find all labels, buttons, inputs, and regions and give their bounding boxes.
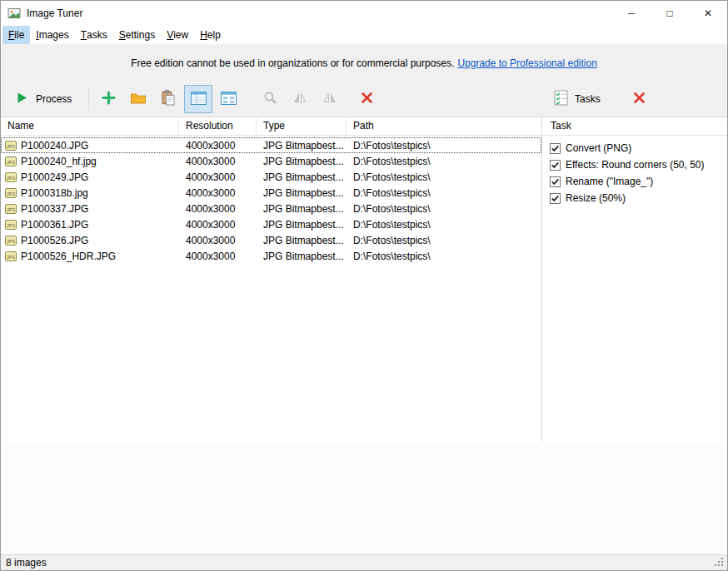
column-header-resolution[interactable]: Resolution: [179, 117, 257, 135]
tasks-label: Tasks: [575, 93, 601, 105]
process-label: Process: [36, 93, 72, 105]
cell-path: D:\Fotos\testpics\: [347, 235, 541, 246]
checklist-icon: [554, 90, 568, 108]
close-button[interactable]: ✕: [689, 1, 727, 26]
remove-task-button[interactable]: [626, 85, 654, 113]
paste-button[interactable]: [154, 85, 182, 113]
cell-name: JPGP1000361.JPG: [1, 219, 179, 231]
column-header-type[interactable]: Type: [257, 117, 347, 135]
window-controls: ─ □ ✕: [612, 1, 727, 26]
details-view-button[interactable]: [184, 85, 212, 113]
cell-type: JPG Bitmapbest...: [257, 187, 347, 199]
task-item[interactable]: Effects: Round corners (50, 50): [542, 156, 727, 173]
column-header-path[interactable]: Path: [347, 117, 541, 135]
file-table-header: Name Resolution Type Path: [1, 117, 541, 136]
cell-path: D:\Fotos\testpics\: [347, 203, 541, 215]
jpg-file-icon: JPG: [5, 236, 17, 246]
details-view-icon: [191, 92, 207, 107]
menu-item-file[interactable]: File: [2, 26, 30, 44]
tasks-toolbar-group: Tasks: [544, 85, 655, 113]
cell-name: JPGP1000240.JPG: [1, 140, 179, 151]
jpg-file-icon: JPG: [5, 188, 17, 198]
cell-type: JPG Bitmapbest...: [257, 156, 347, 167]
svg-text:JPG: JPG: [7, 238, 16, 243]
notice-bar: Free edition cannot be used in organizat…: [1, 44, 727, 82]
table-row[interactable]: JPGP1000318b.jpg4000x3000JPG Bitmapbest.…: [1, 185, 541, 201]
table-row[interactable]: JPGP1000240_hf.jpg4000x3000JPG Bitmapbes…: [1, 153, 541, 169]
cell-name: JPGP1000526.JPG: [1, 235, 179, 246]
process-button[interactable]: Process: [6, 85, 83, 113]
cell-type: JPG Bitmapbest...: [257, 140, 347, 151]
title-bar: Image Tuner ─ □ ✕: [1, 1, 727, 26]
resize-grip[interactable]: [721, 564, 723, 566]
thumbnail-view-button[interactable]: [214, 85, 242, 113]
cell-path: D:\Fotos\testpics\: [347, 171, 541, 183]
jpg-file-icon: JPG: [5, 204, 17, 214]
remove-x-icon: [361, 92, 373, 107]
checkbox-icon[interactable]: [550, 143, 561, 154]
file-name: P1000240_hf.jpg: [21, 156, 97, 167]
file-name: P1000361.JPG: [21, 219, 88, 231]
task-item[interactable]: Rename ("Image_"): [542, 173, 727, 190]
task-item[interactable]: Resize (50%): [542, 190, 727, 206]
table-row[interactable]: JPGP1000337.JPG4000x3000JPG Bitmapbest..…: [1, 201, 541, 216]
file-name: P1000526_HDR.JPG: [21, 251, 116, 262]
svg-text:JPG: JPG: [7, 159, 16, 164]
add-task-button[interactable]: Tasks: [545, 85, 610, 113]
preview-button[interactable]: [256, 85, 284, 113]
window-title: Image Tuner: [27, 7, 82, 19]
jpg-file-icon: JPG: [5, 172, 17, 182]
svg-text:JPG: JPG: [7, 206, 16, 211]
cell-name: JPGP1000240_hf.jpg: [1, 156, 179, 167]
cell-resolution: 4000x3000: [179, 140, 257, 151]
cell-name: JPGP1000249.JPG: [1, 171, 179, 183]
play-icon: [16, 92, 28, 107]
table-row[interactable]: JPGP1000240.JPG4000x3000JPG Bitmapbest..…: [1, 137, 541, 153]
cell-name: JPGP1000526_HDR.JPG: [1, 251, 179, 262]
checkbox-icon[interactable]: [550, 176, 561, 187]
file-table-body: JPGP1000240.JPG4000x3000JPG Bitmapbest..…: [1, 136, 541, 442]
task-label: Resize (50%): [566, 192, 626, 204]
task-label: Rename ("Image_"): [566, 176, 653, 187]
add-images-button[interactable]: [94, 85, 122, 113]
cell-resolution: 4000x3000: [179, 203, 257, 215]
task-panel-header: Task: [542, 117, 727, 136]
rotate-right-button[interactable]: [316, 85, 344, 113]
cell-resolution: 4000x3000: [179, 187, 257, 199]
table-row[interactable]: JPGP1000526_HDR.JPG4000x3000JPG Bitmapbe…: [1, 248, 541, 264]
cell-resolution: 4000x3000: [179, 235, 257, 246]
column-header-name[interactable]: Name: [1, 117, 179, 135]
menu-item-settings[interactable]: Settings: [113, 26, 161, 44]
task-item[interactable]: Convert (PNG): [542, 140, 727, 156]
remove-x-icon: [633, 92, 646, 107]
rotate-left-button[interactable]: [286, 85, 314, 113]
menu-item-images[interactable]: Images: [30, 26, 74, 44]
file-name: P1000337.JPG: [21, 203, 88, 215]
cell-resolution: 4000x3000: [179, 171, 257, 183]
table-row[interactable]: JPGP1000526.JPG4000x3000JPG Bitmapbest..…: [1, 232, 541, 248]
remove-images-button[interactable]: [352, 85, 381, 113]
cell-path: D:\Fotos\testpics\: [347, 140, 541, 151]
checkbox-icon[interactable]: [550, 160, 561, 171]
jpg-file-icon: JPG: [5, 251, 17, 261]
rotate-left-icon: [292, 92, 307, 107]
magnifier-icon: [263, 91, 277, 107]
minimize-button[interactable]: ─: [612, 1, 651, 26]
svg-text:JPG: JPG: [7, 191, 16, 196]
maximize-button[interactable]: □: [651, 1, 689, 26]
menu-item-tasks[interactable]: Tasks: [75, 26, 113, 44]
cell-type: JPG Bitmapbest...: [257, 219, 347, 231]
app-window: Image Tuner ─ □ ✕ FileImagesTasksSetting…: [0, 0, 728, 571]
menu-item-help[interactable]: Help: [194, 26, 227, 44]
preview-pane: [1, 442, 727, 554]
svg-text:JPG: JPG: [7, 175, 16, 180]
task-label: Convert (PNG): [566, 142, 631, 154]
cell-name: JPGP1000318b.jpg: [1, 187, 179, 199]
table-row[interactable]: JPGP1000249.JPG4000x3000JPG Bitmapbest..…: [1, 169, 541, 185]
table-row[interactable]: JPGP1000361.JPG4000x3000JPG Bitmapbest..…: [1, 216, 541, 232]
add-folder-button[interactable]: [124, 85, 152, 113]
cell-name: JPGP1000337.JPG: [1, 203, 179, 215]
upgrade-link[interactable]: Upgrade to Professional edition: [457, 57, 596, 69]
menu-item-view[interactable]: View: [161, 26, 194, 44]
checkbox-icon[interactable]: [550, 193, 561, 204]
